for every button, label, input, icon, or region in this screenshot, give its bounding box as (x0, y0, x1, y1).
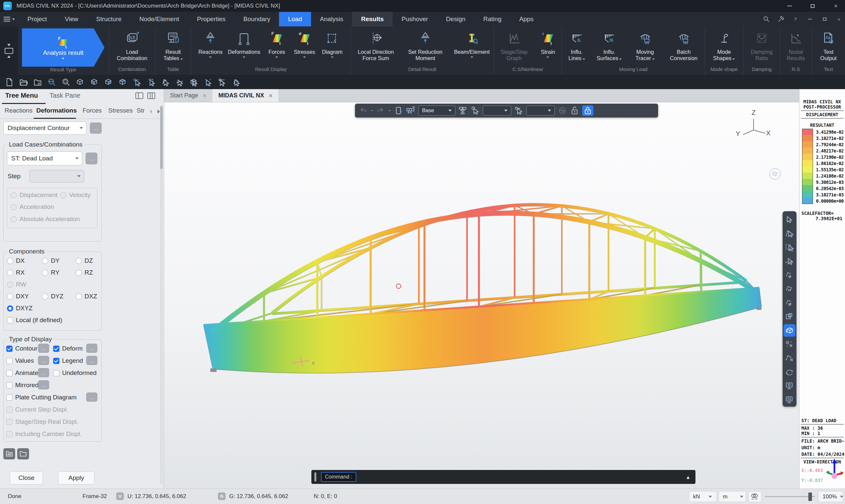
deform-more-button[interactable]: ... (86, 344, 98, 353)
tab-start-page[interactable]: Start Page× (164, 89, 212, 102)
view-top-icon[interactable] (118, 77, 128, 88)
display-info-icon[interactable]: i (784, 379, 795, 393)
panel-scrollbar[interactable] (160, 105, 163, 485)
checkbox-contour[interactable]: Contour (6, 345, 38, 352)
tab-close-icon[interactable]: × (269, 92, 272, 100)
contour-more-button[interactable]: ... (38, 344, 49, 353)
select-previous-icon[interactable] (203, 77, 213, 88)
menu-structure[interactable]: Structure (87, 12, 130, 26)
command-expand-icon[interactable]: ▲ (686, 474, 690, 480)
tab-close-icon[interactable]: × (203, 92, 206, 100)
element-number-icon[interactable]: N (784, 351, 795, 365)
diagram-button[interactable]: Diagram (318, 29, 346, 58)
radio-rx[interactable]: RX (7, 269, 24, 276)
unselect-single-icon[interactable] (217, 77, 228, 88)
radio-dx[interactable]: DX (7, 257, 24, 264)
radio-dxz[interactable]: DXZ (76, 293, 97, 300)
checkbox-local[interactable]: Local (if defined) (7, 317, 62, 324)
close-button[interactable]: × (829, 1, 842, 11)
zoom-window-tool-icon[interactable] (784, 310, 795, 323)
deformations-button[interactable]: Deformations (225, 29, 263, 58)
stage-table-icon[interactable] (406, 106, 416, 115)
checkbox-undeformed[interactable]: Undeformed (53, 369, 97, 377)
redo-history-icon[interactable] (388, 110, 391, 111)
zoom-fit-icon[interactable] (47, 77, 57, 88)
select-window-cursor-icon[interactable] (784, 240, 795, 254)
view-side-icon[interactable] (103, 77, 114, 88)
menu-results[interactable]: Results (352, 12, 393, 26)
select-polygon-icon[interactable] (160, 77, 171, 88)
mirrored-more-button[interactable]: ... (38, 380, 49, 390)
checkbox-deform[interactable]: Deform (53, 345, 83, 352)
radio-rz[interactable]: RZ (76, 269, 93, 276)
beam-element-button[interactable]: Beam/Element (450, 29, 494, 58)
view-front-icon[interactable] (89, 77, 100, 88)
checkbox-animate[interactable]: Animate (6, 369, 38, 377)
force-unit-select[interactable]: kN (689, 491, 717, 502)
maximize-button[interactable] (806, 1, 819, 11)
display-option-icon[interactable] (784, 393, 795, 407)
command-bar-grip[interactable] (314, 472, 316, 482)
display-scale-slider[interactable] (765, 496, 815, 497)
radio-dz[interactable]: DZ (76, 257, 93, 264)
mode-shapes-button[interactable]: Mode Shapes (705, 29, 744, 62)
unselect-visible-icon[interactable] (784, 296, 795, 310)
result-type-more-button[interactable]: ... (90, 123, 102, 134)
unselect-window-icon[interactable] (231, 77, 242, 88)
select-intersect-cursor-icon[interactable] (784, 254, 795, 268)
select-window-icon[interactable] (146, 77, 157, 88)
mdi-close-icon[interactable]: × (835, 15, 843, 23)
menu-design[interactable]: Design (437, 12, 474, 26)
result-tables-button[interactable]: T Result Tables (156, 29, 191, 62)
checkbox-legend[interactable]: Legend (53, 357, 83, 364)
pick-named-plane-icon[interactable] (471, 106, 480, 115)
customize-icon[interactable] (777, 15, 785, 23)
subtab-deformations[interactable]: Deformations (36, 107, 76, 114)
analysis-result-button[interactable]: FI Analysis result (22, 29, 104, 67)
open-file-icon[interactable] (18, 77, 29, 88)
model-canvas[interactable]: x Base (164, 102, 799, 488)
view-cube-icon[interactable] (769, 168, 780, 180)
mdi-restore-icon[interactable] (821, 15, 828, 23)
pick-ucs-icon[interactable] (514, 106, 523, 115)
load-case-more-button[interactable]: ... (86, 152, 98, 164)
subtab-reactions[interactable]: Reactions (5, 107, 33, 114)
load-case-dropdown[interactable]: ST: Dead Load (7, 151, 82, 165)
result-type-dropdown[interactable]: Displacement Contour (3, 122, 87, 135)
ribbon-collapse-button[interactable] (0, 26, 18, 75)
radio-dyz[interactable]: DYZ (42, 293, 64, 300)
menu-rating[interactable]: Rating (475, 12, 511, 26)
radio-dy[interactable]: DY (42, 257, 59, 264)
radio-ry[interactable]: RY (42, 269, 59, 276)
dynamic-view-icon[interactable] (784, 324, 795, 337)
menu-boundary[interactable]: Boundary (234, 12, 279, 26)
select-polygon-cursor-icon[interactable] (784, 227, 795, 240)
text-output-button[interactable]: Aa Text Output (812, 29, 845, 62)
moving-tracer-button[interactable]: Moving Tracer (628, 29, 663, 62)
undo-history-icon[interactable] (370, 110, 373, 111)
named-plane-select[interactable] (483, 106, 511, 115)
select-identity-icon[interactable] (189, 77, 199, 88)
legend-more-button[interactable]: ... (86, 356, 98, 365)
display-scale-slider-thumb[interactable] (808, 492, 812, 501)
plate-cutting-more-button[interactable]: ... (86, 393, 98, 402)
new-file-icon[interactable] (4, 77, 15, 88)
zoom-select[interactable]: 100% (818, 491, 843, 502)
stresses-button[interactable]: σI Stresses (291, 29, 318, 58)
local-direction-force-sum-button[interactable]: Local Direction Force Sum (351, 29, 401, 62)
reset-view-icon[interactable] (394, 106, 403, 115)
checkbox-plate-cutting-diagram[interactable]: Plate Cutting Diagram (6, 394, 76, 401)
forces-button[interactable]: FI Forces (263, 29, 291, 58)
import-file-icon[interactable] (32, 77, 43, 88)
hamburger-menu-button[interactable] (0, 12, 18, 26)
menu-node-element[interactable]: Node/Element (130, 12, 188, 26)
load-combination-button[interactable]: LC+ Load Combination (109, 29, 155, 62)
menu-project[interactable]: Project (18, 12, 56, 26)
select-intersect-icon[interactable] (174, 77, 185, 88)
values-more-button[interactable]: ... (38, 356, 49, 365)
menu-apps[interactable]: Apps (510, 12, 542, 26)
panel-layout-right-icon[interactable] (147, 92, 155, 99)
unselect-polygon-icon[interactable] (784, 268, 795, 282)
ucs-select[interactable] (526, 106, 555, 115)
subtab-stresses[interactable]: Stresses (108, 107, 133, 114)
